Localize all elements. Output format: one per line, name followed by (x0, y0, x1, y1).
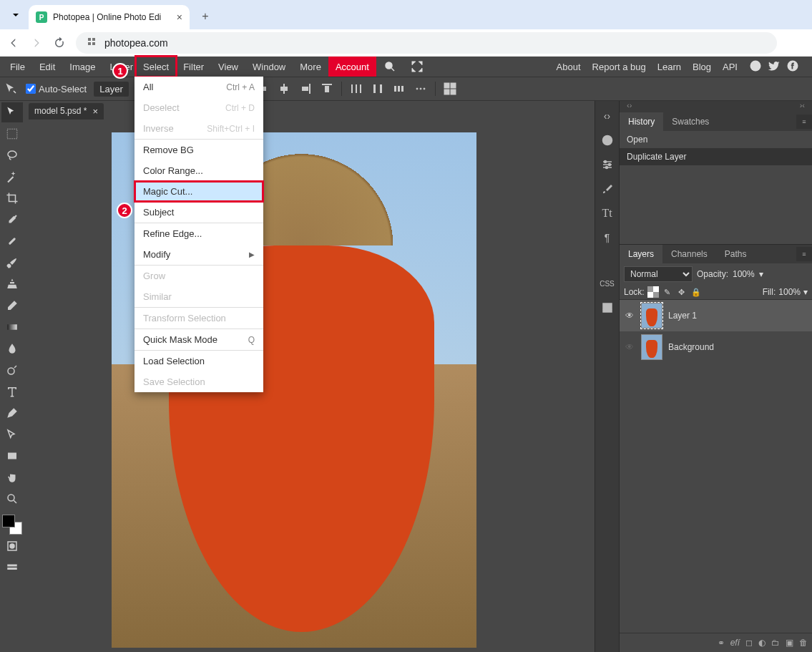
align-center-h-icon[interactable] (277, 82, 291, 96)
menu-account[interactable]: Account (328, 57, 376, 77)
new-folder-icon[interactable]: 🗀 (771, 638, 780, 648)
browser-tab[interactable]: P Photopea | Online Photo Edi × (29, 5, 190, 29)
back-button[interactable] (7, 37, 20, 49)
blend-mode-select[interactable]: Normal (624, 266, 693, 282)
history-item-open[interactable]: Open (620, 131, 812, 148)
layer-mask-icon[interactable]: ◻ (745, 638, 753, 648)
path-select-tool[interactable] (1, 424, 23, 444)
distribute-right-icon[interactable] (392, 82, 406, 96)
gradient-tool[interactable] (1, 317, 23, 337)
eraser-tool[interactable] (1, 296, 23, 316)
paragraph-panel-icon[interactable]: ¶ (597, 227, 617, 248)
reload-button[interactable] (53, 37, 66, 49)
layers-tab[interactable]: Layers (620, 245, 662, 263)
visibility-toggle-icon[interactable]: 👁 (624, 341, 635, 353)
swatches-tab[interactable]: Swatches (663, 112, 718, 131)
info-panel-icon[interactable] (597, 130, 617, 151)
layer-effects-icon[interactable]: efí (730, 638, 740, 648)
menu-filter[interactable]: Filter (176, 57, 211, 77)
link-learn[interactable]: Learn (657, 62, 681, 72)
dodge-tool[interactable] (1, 360, 23, 380)
blur-tool[interactable] (1, 339, 23, 359)
history-item-duplicate-layer[interactable]: Duplicate Layer (620, 148, 812, 165)
menu-edit[interactable]: Edit (32, 57, 62, 77)
link-blog[interactable]: Blog (693, 62, 711, 72)
menuitem-subject[interactable]: Subject (134, 202, 263, 223)
lock-move-icon[interactable]: ✥ (676, 286, 688, 298)
link-api[interactable]: API (723, 62, 738, 72)
layer-thumbnail[interactable] (641, 334, 662, 360)
layer-item-background[interactable]: 👁 Background (620, 331, 812, 363)
auto-select-checkbox[interactable]: Auto-Select (26, 84, 87, 94)
menuitem-color-range[interactable]: Color Range... (134, 160, 263, 181)
twitter-icon[interactable] (768, 59, 781, 74)
eyedropper-tool[interactable] (1, 210, 23, 230)
distribute-left-icon[interactable] (349, 82, 363, 96)
lock-transparency-icon[interactable] (647, 286, 659, 298)
move-tool[interactable] (1, 102, 23, 122)
rectangle-tool[interactable] (1, 446, 23, 466)
close-tab-icon[interactable]: × (177, 11, 182, 23)
menuitem-remove-bg[interactable]: Remove BG (134, 140, 263, 160)
menu-image[interactable]: Image (62, 57, 102, 77)
menuitem-load-selection[interactable]: Load Selection (134, 351, 263, 371)
menu-more[interactable]: More (293, 57, 328, 77)
close-document-icon[interactable]: × (92, 106, 98, 117)
options-panel-icon[interactable] (597, 154, 617, 175)
fill-dropdown-icon[interactable]: ▾ (803, 287, 808, 297)
history-panel-menu-icFile-icon[interactable]: ≡ (796, 115, 812, 129)
align-top-icon[interactable] (320, 82, 334, 96)
reddit-icon[interactable] (749, 59, 762, 74)
delete-layer-icon[interactable]: 🗑 (799, 638, 808, 648)
more-distribute-icon[interactable] (414, 82, 428, 96)
facebook-icon[interactable] (786, 59, 799, 74)
healing-tool[interactable] (1, 231, 23, 251)
magic-wand-tool[interactable] (1, 167, 23, 187)
visibility-toggle-icon[interactable]: 👁 (624, 310, 635, 321)
menu-file[interactable]: File (3, 57, 32, 77)
lock-paint-icon[interactable]: ✎ (662, 286, 673, 298)
menu-view[interactable]: View (211, 57, 245, 77)
history-tab[interactable]: History (620, 112, 663, 131)
new-layer-icon[interactable]: ▣ (786, 638, 793, 648)
opacity-dropdown-icon[interactable]: ▾ (759, 269, 763, 279)
thumbnail-panel-icon[interactable] (597, 297, 617, 318)
quick-mask-toggle[interactable] (1, 536, 23, 556)
layer-item-layer1[interactable]: 👁 Layer 1 (620, 300, 812, 331)
adjustment-layer-icon[interactable]: ◐ (758, 638, 765, 648)
pen-tool[interactable] (1, 403, 23, 423)
clone-stamp-tool[interactable] (1, 274, 23, 294)
menuitem-all[interactable]: All Ctrl + A (134, 77, 263, 97)
tab-dropdown-button[interactable] (6, 5, 26, 25)
forward-button[interactable] (30, 37, 43, 49)
site-settings-icon[interactable] (86, 36, 97, 49)
collapse-panels-icon[interactable]: ‹› (597, 105, 617, 127)
fill-value[interactable]: 100% (778, 287, 801, 297)
link-layers-icon[interactable]: ⚭ (718, 638, 725, 648)
marquee-tool[interactable] (1, 124, 23, 144)
type-tool[interactable] (1, 381, 23, 402)
menuitem-modify[interactable]: Modify▶ (134, 244, 263, 265)
panel-collapse-arrows[interactable]: ‹››‹ (620, 101, 812, 112)
menu-window[interactable]: Window (245, 57, 293, 77)
menuitem-magic-cut[interactable]: Magic Cut... (134, 181, 263, 202)
layer-type-select[interactable]: Layer (94, 82, 129, 97)
opacity-value[interactable]: 100% (733, 269, 755, 279)
layer-thumbnail[interactable] (641, 303, 662, 329)
align-right-icon[interactable] (298, 82, 313, 96)
menuitem-quick-mask[interactable]: Quick Mask Mode Q (134, 329, 263, 350)
screen-mode-toggle[interactable] (1, 558, 23, 578)
grid-icon[interactable] (443, 82, 457, 96)
paths-tab[interactable]: Paths (716, 245, 755, 263)
crop-tool[interactable] (1, 188, 23, 208)
distribute-center-icon[interactable] (371, 82, 385, 96)
menuitem-refine-edge[interactable]: Refine Edge... (134, 223, 263, 244)
document-tab[interactable]: model 5.psd * × (29, 103, 104, 120)
new-tab-button[interactable]: + (195, 6, 215, 26)
color-swatches[interactable] (2, 515, 22, 535)
fullscreen-icon[interactable] (403, 57, 431, 77)
menubar-search-icon[interactable] (376, 57, 403, 77)
channels-tab[interactable]: Channels (662, 245, 716, 263)
character-panel-icon[interactable]: Tt (597, 203, 617, 224)
link-report-bug[interactable]: Report a bug (592, 62, 646, 72)
